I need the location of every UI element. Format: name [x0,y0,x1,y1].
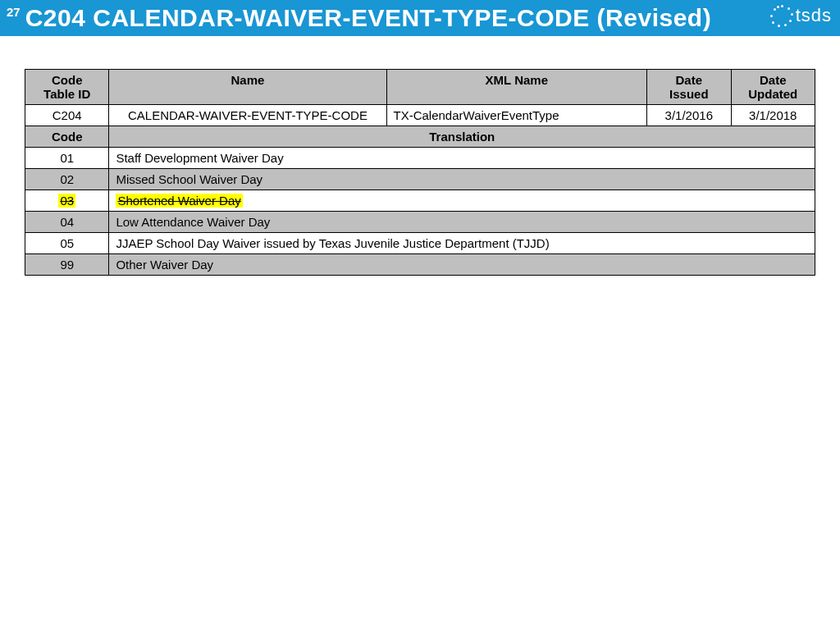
meta-name: CALENDAR-WAIVER-EVENT-TYPE-CODE [109,105,386,126]
meta-date-updated: 3/1/2018 [731,105,815,126]
meta-header-xml-name: XML Name [386,70,647,105]
meta-header-name: Name [109,70,386,105]
meta-header-date-issued: Date Issued [647,70,731,105]
meta-date-issued: 3/1/2016 [647,105,731,126]
code-cell: 01 [25,148,109,169]
logo-dots-icon [769,3,794,28]
code-header-code: Code [25,126,109,148]
translation-cell: Staff Development Waiver Day [109,148,815,169]
code-cell: 05 [25,233,109,254]
table-row: 01Staff Development Waiver Day [25,148,815,169]
translation-cell: Missed School Waiver Day [109,169,815,190]
logo: tsds [769,3,832,28]
table-row: 02Missed School Waiver Day [25,169,815,190]
table-row: 99Other Waiver Day [25,254,815,276]
page-title: C204 CALENDAR-WAIVER-EVENT-TYPE-CODE (Re… [25,4,711,32]
translation-cell: Other Waiver Day [109,254,815,276]
code-cell: 04 [25,212,109,233]
meta-data-row: C204 CALENDAR-WAIVER-EVENT-TYPE-CODE TX-… [25,105,815,126]
meta-header-row: Code Table ID Name XML Name Date Issued … [25,70,815,105]
struck-code: 03 [58,194,75,208]
table-row: 03Shortened Waiver Day [25,190,815,212]
translation-cell: Shortened Waiver Day [109,190,815,212]
code-cell: 99 [25,254,109,276]
logo-text: tsds [796,5,832,26]
struck-translation: Shortened Waiver Day [116,194,242,208]
translation-cell: Low Attendance Waiver Day [109,212,815,233]
translation-cell: JJAEP School Day Waiver issued by Texas … [109,233,815,254]
page-number: 27 [7,5,21,19]
meta-code-table-id: C204 [25,105,109,126]
meta-table: Code Table ID Name XML Name Date Issued … [25,69,815,276]
meta-header-code-table-id: Code Table ID [25,70,109,105]
code-header-translation: Translation [109,126,815,148]
table-row: 05JJAEP School Day Waiver issued by Texa… [25,233,815,254]
table-row: 04Low Attendance Waiver Day [25,212,815,233]
code-cell: 03 [25,190,109,212]
code-header-row: Code Translation [25,126,815,148]
meta-header-date-updated: Date Updated [731,70,815,105]
code-cell: 02 [25,169,109,190]
content-area: Code Table ID Name XML Name Date Issued … [0,36,840,308]
meta-xml-name: TX-CalendarWaiverEventType [386,105,647,126]
page-header: 27 C204 CALENDAR-WAIVER-EVENT-TYPE-CODE … [0,0,840,36]
